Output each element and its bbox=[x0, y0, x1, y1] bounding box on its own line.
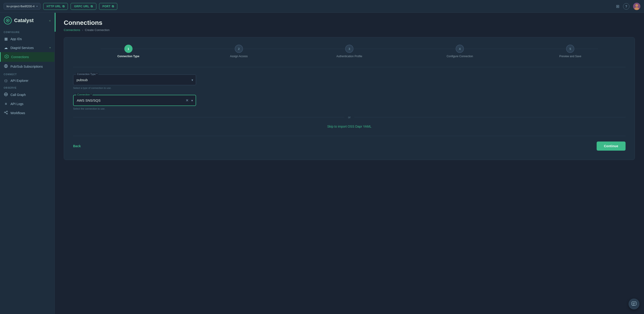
stepper-divider bbox=[73, 67, 626, 67]
connection-type-label: Connection Type * bbox=[76, 73, 98, 75]
connection-clear-button[interactable]: ✕ bbox=[184, 98, 190, 103]
sidebar-item-connections[interactable]: Connections bbox=[0, 52, 54, 62]
svg-line-18 bbox=[5, 111, 6, 112]
grpc-url-button[interactable]: GRPC URL ⧉ bbox=[70, 3, 96, 10]
continue-button[interactable]: Continue bbox=[597, 142, 626, 151]
api-explorer-icon: {} bbox=[4, 79, 8, 83]
page-header: Connections Connections › Create Connect… bbox=[55, 13, 644, 32]
or-line-right bbox=[354, 117, 626, 117]
copy-icon: ⧉ bbox=[112, 5, 114, 8]
step-5-label: Preview and Save bbox=[559, 55, 582, 58]
connection-chevron-icon: ▾ bbox=[190, 99, 196, 102]
sidebar-item-label: Workflows bbox=[10, 111, 25, 115]
sidebar-collapse-icon[interactable]: « bbox=[49, 19, 51, 22]
step-3-circle: 3 bbox=[345, 45, 354, 53]
breadcrumb-parent[interactable]: Connections bbox=[64, 28, 80, 32]
connection-value: AWS SNS/SQS bbox=[74, 95, 184, 106]
grpc-url-label: GRPC URL bbox=[74, 5, 89, 8]
or-text: or bbox=[348, 116, 351, 119]
observe-section-label: OBSERVE bbox=[0, 85, 54, 90]
http-url-button[interactable]: HTTP URL ⧉ bbox=[43, 3, 68, 10]
sidebar-item-workflows[interactable]: Workflows bbox=[0, 108, 54, 118]
step-3-label: Authentication Profile bbox=[336, 55, 362, 58]
wizard-card: 1 Connection Type 2 Assign Access 3 Auth… bbox=[64, 37, 635, 160]
project-selector[interactable]: kv-project-fbe8f200-4 ▾ bbox=[4, 3, 40, 10]
step-5-preview-save: 5 Preview and Save bbox=[515, 45, 626, 58]
sidebar-item-app-ids[interactable]: ▦ App IDs bbox=[0, 35, 54, 43]
workflows-icon bbox=[4, 111, 8, 116]
sidebar-item-pubsub-subscriptions[interactable]: Pub/Sub Subscriptions bbox=[0, 62, 54, 71]
back-button[interactable]: Back bbox=[73, 142, 80, 150]
sidebar-item-label: App IDs bbox=[10, 37, 22, 41]
breadcrumb-current: Create Connection bbox=[85, 28, 110, 32]
wizard-footer: Back Continue bbox=[73, 136, 626, 151]
svg-rect-17 bbox=[6, 113, 8, 114]
step-1-label: Connection Type bbox=[117, 55, 139, 58]
or-divider: or bbox=[73, 116, 626, 119]
diagrid-services-icon: ☁ bbox=[4, 46, 8, 50]
skip-link-container: Skip to import OSS Dapr YAML bbox=[73, 124, 626, 129]
port-label: PORT bbox=[102, 5, 110, 8]
svg-rect-20 bbox=[632, 302, 636, 305]
sidebar: Catalyst « CONFIGURE ▦ App IDs ☁ Diagrid… bbox=[0, 13, 55, 314]
configure-section-label: CONFIGURE bbox=[0, 29, 54, 35]
svg-point-1 bbox=[635, 4, 638, 7]
sidebar-item-label: Connections bbox=[11, 55, 29, 59]
connect-section-label: CONNECT bbox=[0, 71, 54, 77]
step-3-auth-profile: 3 Authentication Profile bbox=[294, 45, 404, 58]
step-1-circle: 1 bbox=[124, 45, 132, 53]
help-icon[interactable]: ? bbox=[623, 3, 630, 10]
step-1-connection-type: 1 Connection Type bbox=[73, 45, 184, 58]
svg-marker-7 bbox=[6, 56, 8, 58]
topbar-right: ⊞ ? bbox=[616, 3, 640, 10]
connection-form-group: Connection * AWS SNS/SQS ✕ ▾ Select the … bbox=[73, 95, 196, 110]
svg-point-5 bbox=[7, 20, 8, 21]
step-5-circle: 5 bbox=[566, 45, 574, 53]
api-logs-icon: ≡ bbox=[4, 102, 8, 106]
connection-type-select[interactable]: pubsub state binding workflow bbox=[73, 75, 196, 85]
layout: Catalyst « CONFIGURE ▦ App IDs ☁ Diagrid… bbox=[0, 13, 644, 314]
http-url-label: HTTP URL bbox=[47, 5, 61, 8]
connection-hint: Select the connection to use. bbox=[73, 107, 196, 110]
project-chevron-icon: ▾ bbox=[36, 5, 38, 8]
step-4-circle: 4 bbox=[456, 45, 464, 53]
svg-rect-15 bbox=[4, 112, 5, 113]
grid-icon[interactable]: ⊞ bbox=[616, 4, 620, 9]
step-4-configure-connection: 4 Configure Connection bbox=[405, 45, 515, 58]
avatar[interactable] bbox=[633, 3, 640, 10]
svg-point-9 bbox=[5, 65, 6, 67]
or-line-left bbox=[73, 117, 344, 117]
sidebar-item-call-graph[interactable]: Call Graph bbox=[0, 90, 54, 100]
call-graph-icon bbox=[4, 92, 8, 97]
skip-to-import-link[interactable]: Skip to import OSS Dapr YAML bbox=[327, 125, 372, 128]
svg-rect-16 bbox=[6, 111, 8, 112]
connection-label: Connection * bbox=[76, 93, 92, 96]
step-2-circle: 2 bbox=[235, 45, 243, 53]
connection-type-form-group: Connection Type * pubsub state binding w… bbox=[73, 75, 196, 89]
diagrid-services-expand-icon: ▾ bbox=[50, 46, 51, 49]
chat-bubble[interactable] bbox=[628, 298, 640, 309]
breadcrumb: Connections › Create Connection bbox=[64, 28, 635, 32]
sidebar-logo: Catalyst « bbox=[0, 16, 54, 29]
port-button[interactable]: PORT ⧉ bbox=[99, 3, 118, 10]
connection-type-hint: Select a type of connection to use. bbox=[73, 87, 196, 89]
sidebar-item-diagrid-services[interactable]: ☁ Diagrid Services ▾ bbox=[0, 43, 54, 52]
sidebar-item-label: Call Graph bbox=[10, 93, 26, 97]
copy-icon: ⧉ bbox=[91, 5, 93, 8]
sidebar-item-api-logs[interactable]: ≡ API Logs bbox=[0, 100, 54, 108]
connection-type-select-wrapper: Connection Type * pubsub state binding w… bbox=[73, 75, 196, 85]
pubsub-icon bbox=[4, 64, 8, 69]
sidebar-item-label: Diagrid Services bbox=[10, 46, 34, 50]
project-name: kv-project-fbe8f200-4 bbox=[6, 5, 34, 8]
step-2-assign-access: 2 Assign Access bbox=[184, 45, 294, 58]
stepper: 1 Connection Type 2 Assign Access 3 Auth… bbox=[73, 45, 626, 58]
connection-field-wrapper: Connection * AWS SNS/SQS ✕ ▾ bbox=[73, 95, 196, 106]
connections-icon bbox=[4, 55, 9, 60]
app-ids-icon: ▦ bbox=[4, 37, 8, 41]
page-title: Connections bbox=[64, 19, 635, 27]
app-name: Catalyst bbox=[14, 18, 34, 24]
sidebar-item-api-explorer[interactable]: {} API Explorer bbox=[0, 77, 54, 85]
svg-line-19 bbox=[5, 112, 6, 114]
copy-icon: ⧉ bbox=[62, 5, 65, 8]
sidebar-item-label: Pub/Sub Subscriptions bbox=[10, 65, 43, 68]
